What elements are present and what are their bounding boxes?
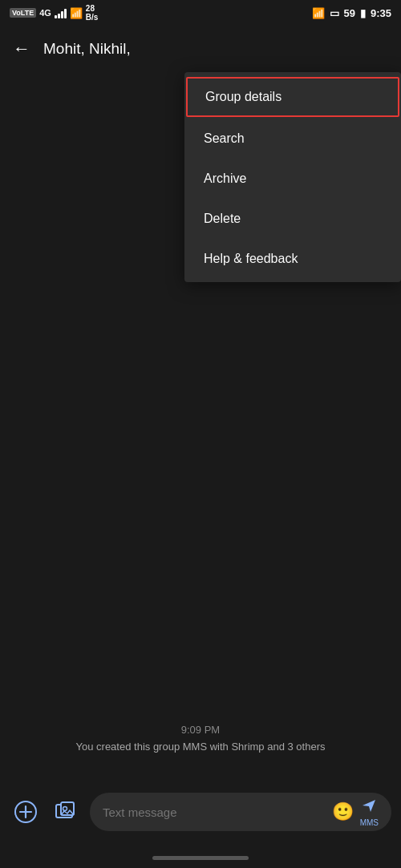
bottom-input-bar: 🙂 MMS xyxy=(0,785,401,839)
menu-item-archive[interactable]: Archive xyxy=(184,159,401,199)
add-button[interactable] xyxy=(10,796,42,828)
battery-level: 59 xyxy=(344,7,355,19)
phone-icon: ▭ xyxy=(330,7,339,19)
clock: 9:35 xyxy=(371,7,391,19)
message-input-container: 🙂 MMS xyxy=(90,793,391,831)
status-right: 📶 ▭ 59 ▮ 9:35 xyxy=(312,7,392,19)
emoji-button[interactable]: 🙂 xyxy=(332,801,354,822)
send-button[interactable]: MMS xyxy=(360,797,379,827)
data-speed: 28 B/s xyxy=(86,4,99,22)
app-bar: ← Mohit, Nikhil, xyxy=(0,26,401,72)
menu-item-delete[interactable]: Delete xyxy=(184,199,401,239)
menu-item-group-details[interactable]: Group details xyxy=(186,77,399,117)
context-menu: Group details Search Archive Delete Help… xyxy=(184,72,401,282)
send-icon xyxy=(360,797,378,818)
battery-icon: ▮ xyxy=(360,7,366,19)
wifi-icon: 📶 xyxy=(70,7,83,19)
system-message: You created this group MMS with Shrimp a… xyxy=(0,741,401,753)
volte-badge: VoLTE xyxy=(10,8,36,18)
message-input[interactable] xyxy=(103,805,326,819)
menu-item-help-feedback[interactable]: Help & feedback xyxy=(184,239,401,279)
conversation-title[interactable]: Mohit, Nikhil, xyxy=(43,40,388,58)
bluetooth-icon: 📶 xyxy=(312,7,325,19)
status-left: VoLTE 4G 📶 28 B/s xyxy=(10,4,98,22)
back-button[interactable]: ← xyxy=(13,38,30,59)
send-label: MMS xyxy=(360,818,379,827)
home-indicator xyxy=(152,856,249,860)
message-timestamp: 9:09 PM xyxy=(0,724,401,736)
menu-item-search[interactable]: Search xyxy=(184,119,401,159)
status-bar: VoLTE 4G 📶 28 B/s 📶 ▭ 59 ▮ 9:35 xyxy=(0,0,401,26)
signal-type: 4G xyxy=(39,8,51,18)
signal-bars-icon xyxy=(55,7,67,18)
gallery-button[interactable] xyxy=(50,796,82,828)
